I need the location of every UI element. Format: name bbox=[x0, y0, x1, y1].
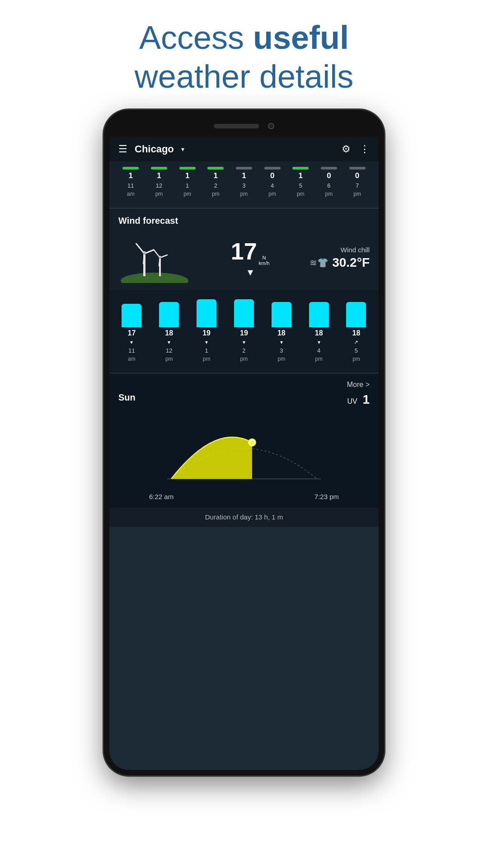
list-item: 0 6 pm bbox=[317, 167, 341, 197]
uv-value: 1 bbox=[362, 392, 370, 406]
page-header: Access useful weather details bbox=[0, 0, 488, 110]
wind-bar-value: 18 bbox=[352, 329, 361, 337]
svg-line-4 bbox=[144, 254, 145, 264]
wind-bar-arrow: ▾ bbox=[243, 339, 245, 345]
rain-value: 1 bbox=[157, 171, 161, 180]
wind-bar-value: 19 bbox=[202, 329, 211, 337]
wind-speed-container: 17 N km/h bbox=[231, 238, 270, 266]
list-item: 19 ▾ 1 pm bbox=[191, 299, 222, 362]
top-bar-right: ⚙ ⋮ bbox=[342, 143, 370, 155]
list-item: 18 ↗ 5 pm bbox=[341, 302, 371, 362]
wind-bar-visual bbox=[346, 302, 366, 327]
rain-time: 2 bbox=[214, 182, 217, 189]
rain-indicator bbox=[321, 167, 337, 170]
wind-bar-value: 18 bbox=[315, 329, 323, 337]
more-link[interactable]: More > bbox=[347, 381, 370, 389]
wind-bar-visual bbox=[197, 299, 216, 327]
rain-value: 1 bbox=[185, 171, 189, 180]
top-bar: ☰ Chicago ▾ ⚙ ⋮ bbox=[109, 137, 379, 161]
rain-time: 6 bbox=[327, 182, 330, 189]
wind-bar-arrow: ▾ bbox=[168, 339, 170, 345]
duration-text: Duration of day: 13 h, 1 m bbox=[205, 513, 283, 521]
rain-time: 3 bbox=[242, 182, 245, 189]
city-name: Chicago bbox=[135, 143, 174, 155]
rain-value: 0 bbox=[355, 171, 359, 180]
wind-bar-time: 2 bbox=[242, 347, 245, 354]
sunrise-time: 6:22 am bbox=[149, 493, 174, 500]
header-line1: Access useful bbox=[139, 19, 349, 56]
svg-point-5 bbox=[143, 252, 146, 255]
wind-speed-info: 17 N km/h ▾ bbox=[231, 238, 270, 278]
svg-point-0 bbox=[121, 273, 188, 283]
rain-time: 7 bbox=[356, 182, 359, 189]
wind-chill-value: 30.2°F bbox=[332, 255, 370, 270]
wind-bar-value: 18 bbox=[165, 329, 173, 337]
wind-bar-visual bbox=[159, 302, 179, 327]
list-item: 1 11 am bbox=[119, 167, 142, 197]
wind-bar-time: 4 bbox=[317, 347, 320, 354]
list-item: 1 1 pm bbox=[176, 167, 199, 197]
wind-bar-visual bbox=[309, 302, 329, 327]
sun-title: Sun bbox=[118, 392, 136, 403]
svg-line-2 bbox=[136, 244, 145, 254]
list-item: 18 ▾ 3 pm bbox=[266, 302, 297, 362]
wind-bar-time: 3 bbox=[280, 347, 283, 354]
wind-bar-arrow: ▾ bbox=[318, 339, 320, 345]
wind-dir-label: N bbox=[259, 255, 270, 260]
rain-time: 5 bbox=[299, 182, 302, 189]
rain-value: 1 bbox=[129, 171, 133, 180]
wind-bar-visual bbox=[272, 302, 291, 327]
duration-bar: Duration of day: 13 h, 1 m bbox=[109, 508, 379, 527]
wind-bar-arrow: ↗ bbox=[354, 339, 358, 345]
wind-bar-time: 11 bbox=[128, 347, 135, 354]
phone-frame: ☰ Chicago ▾ ⚙ ⋮ 1 11 am 1 bbox=[104, 110, 384, 775]
rain-indicator bbox=[122, 167, 139, 170]
rain-bars-row: 1 11 am 1 12 pm 1 1 pm bbox=[113, 167, 375, 197]
sun-times-row: 6:22 am 7:23 pm bbox=[149, 493, 339, 500]
wind-bar-arrow: ▾ bbox=[130, 339, 133, 345]
wind-bar-time: 1 bbox=[205, 347, 208, 354]
svg-point-13 bbox=[250, 440, 254, 444]
wind-bar-time: 5 bbox=[355, 347, 358, 354]
wind-chill-row: ≋👕 30.2°F bbox=[310, 255, 370, 270]
wind-bar-arrow: ▾ bbox=[205, 339, 208, 345]
sunset-time: 7:23 pm bbox=[314, 493, 339, 500]
wind-unit: N km/h bbox=[259, 255, 270, 266]
list-item: 17 ▾ 11 am bbox=[116, 304, 147, 362]
rain-indicator bbox=[236, 167, 252, 170]
list-item: 0 4 pm bbox=[261, 167, 284, 197]
rain-indicator bbox=[207, 167, 224, 170]
rain-value: 1 bbox=[242, 171, 246, 180]
rain-value: 1 bbox=[214, 171, 218, 180]
sun-section: More > Sun UV 1 bbox=[109, 373, 379, 508]
wind-chill-container: Wind chill ≋👕 30.2°F bbox=[310, 246, 370, 270]
speaker bbox=[214, 124, 259, 128]
rain-indicator bbox=[292, 167, 309, 170]
rain-time: 4 bbox=[271, 182, 274, 189]
wind-bar-visual bbox=[122, 304, 141, 327]
list-item: 19 ▾ 2 pm bbox=[229, 299, 259, 362]
wind-bars-row: 17 ▾ 11 am 18 ▾ 12 pm 19 ▾ 1 pm bbox=[113, 299, 375, 362]
uv-badge: UV 1 bbox=[347, 392, 370, 407]
more-icon[interactable]: ⋮ bbox=[360, 143, 370, 155]
sun-arc-svg bbox=[149, 410, 339, 491]
wind-title: Wind forecast bbox=[118, 216, 370, 226]
top-bar-left: ☰ Chicago ▾ bbox=[118, 143, 184, 155]
wind-bar-value: 17 bbox=[128, 329, 136, 337]
phone-notch bbox=[109, 115, 379, 137]
rain-time: 12 bbox=[156, 182, 162, 189]
dropdown-icon[interactable]: ▾ bbox=[181, 146, 184, 153]
list-item: 18 ▾ 12 pm bbox=[154, 302, 184, 362]
svg-point-10 bbox=[159, 256, 161, 259]
settings-icon[interactable]: ⚙ bbox=[342, 143, 351, 155]
rain-indicator bbox=[151, 167, 167, 170]
uv-label: UV bbox=[347, 397, 357, 405]
list-item: 0 7 pm bbox=[346, 167, 369, 197]
rain-value: 1 bbox=[299, 171, 303, 180]
rain-indicator bbox=[264, 167, 281, 170]
sun-chart-container: 6:22 am 7:23 pm bbox=[118, 410, 370, 500]
rain-section: 1 11 am 1 12 pm 1 1 pm bbox=[109, 161, 379, 208]
list-item: 1 5 pm bbox=[289, 167, 312, 197]
wind-turbines bbox=[118, 233, 191, 283]
hamburger-icon[interactable]: ☰ bbox=[118, 143, 127, 155]
